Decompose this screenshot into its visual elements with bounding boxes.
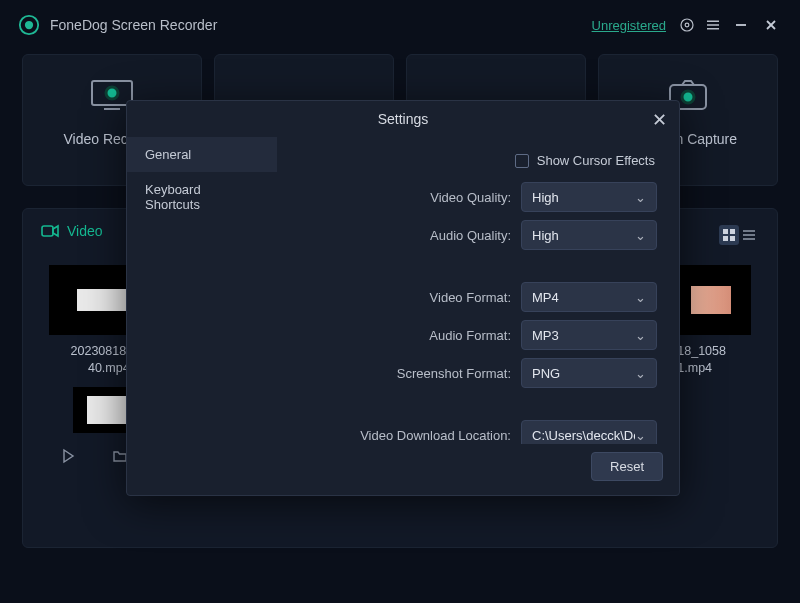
- video-quality-label: Video Quality:: [285, 190, 521, 205]
- hamburger-menu-icon[interactable]: [700, 12, 726, 38]
- modal-close-button[interactable]: ✕: [652, 109, 667, 131]
- audio-format-label: Audio Format:: [285, 328, 521, 343]
- chevron-down-icon: ⌄: [635, 190, 646, 205]
- show-cursor-label: Show Cursor Effects: [537, 153, 655, 168]
- app-title: FoneDog Screen Recorder: [50, 17, 592, 33]
- tab-video-label: Video: [67, 223, 103, 239]
- svg-point-2: [681, 19, 693, 31]
- svg-rect-20: [723, 236, 728, 241]
- registration-link[interactable]: Unregistered: [592, 18, 666, 33]
- download-location-label: Video Download Location:: [285, 428, 521, 443]
- reset-button[interactable]: Reset: [591, 452, 663, 481]
- audio-format-select[interactable]: MP3⌄: [521, 320, 657, 350]
- download-location-select[interactable]: C:\Users\decck\Do⌄: [521, 420, 657, 444]
- view-toggle: [719, 225, 759, 245]
- sidebar-item-general[interactable]: General: [127, 137, 277, 172]
- chevron-down-icon: ⌄: [635, 366, 646, 381]
- svg-rect-19: [730, 229, 735, 234]
- list-view-button[interactable]: [739, 225, 759, 245]
- play-icon[interactable]: [55, 443, 81, 469]
- settings-gear-icon[interactable]: [674, 12, 700, 38]
- svg-rect-17: [42, 226, 53, 236]
- chevron-down-icon: ⌄: [635, 428, 646, 443]
- audio-quality-label: Audio Quality:: [285, 228, 521, 243]
- svg-rect-18: [723, 229, 728, 234]
- grid-view-button[interactable]: [719, 225, 739, 245]
- title-bar: FoneDog Screen Recorder Unregistered: [0, 0, 800, 50]
- audio-quality-select[interactable]: High⌄: [521, 220, 657, 250]
- show-cursor-checkbox[interactable]: [515, 154, 529, 168]
- svg-rect-21: [730, 236, 735, 241]
- chevron-down-icon: ⌄: [635, 290, 646, 305]
- video-format-select[interactable]: MP4⌄: [521, 282, 657, 312]
- screenshot-format-select[interactable]: PNG⌄: [521, 358, 657, 388]
- tab-video[interactable]: Video: [41, 223, 103, 247]
- settings-modal: Settings ✕ General Keyboard Shortcuts Sh…: [126, 100, 680, 496]
- svg-point-3: [685, 23, 689, 27]
- video-camera-icon: [41, 224, 59, 238]
- chevron-down-icon: ⌄: [635, 328, 646, 343]
- app-logo-icon: [18, 14, 40, 36]
- settings-sidebar: General Keyboard Shortcuts: [127, 137, 277, 444]
- minimize-button[interactable]: [730, 14, 752, 36]
- svg-point-1: [25, 21, 33, 29]
- chevron-down-icon: ⌄: [635, 228, 646, 243]
- settings-title: Settings: [378, 111, 429, 127]
- screenshot-format-label: Screenshot Format:: [285, 366, 521, 381]
- video-format-label: Video Format:: [285, 290, 521, 305]
- video-quality-select[interactable]: High⌄: [521, 182, 657, 212]
- close-button[interactable]: [760, 14, 782, 36]
- sidebar-item-shortcuts[interactable]: Keyboard Shortcuts: [127, 172, 277, 222]
